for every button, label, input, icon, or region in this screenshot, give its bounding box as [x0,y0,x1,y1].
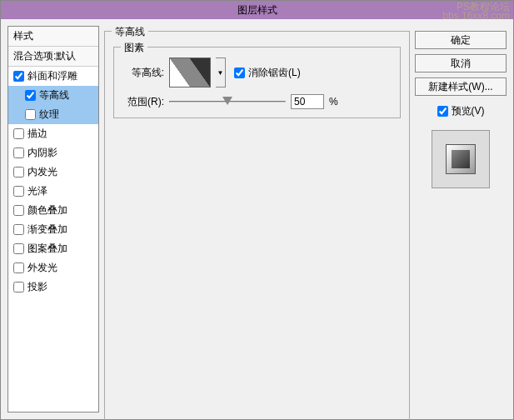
style-item[interactable]: 外发光 [8,258,98,278]
preview-checkbox[interactable] [437,106,448,117]
style-item[interactable]: 纹理 [8,105,98,124]
style-checkbox[interactable] [13,167,24,178]
style-item[interactable]: 图案叠加 [8,239,98,258]
style-label: 等高线 [39,88,69,102]
new-style-button[interactable]: 新建样式(W)... [415,78,507,96]
antialias-checkbox[interactable] [234,68,245,78]
style-label: 图案叠加 [27,242,67,256]
style-label: 斜面和浮雕 [27,69,77,83]
style-item[interactable]: 投影 [8,278,98,297]
right-panel: 确定 取消 新建样式(W)... 预览(V) [415,26,507,412]
elements-group: 图素 等高线: ▼ 消除锯齿(L) [113,47,401,118]
titlebar: 图层样式 [1,1,513,19]
style-checkbox[interactable] [13,186,24,197]
style-checkbox[interactable] [13,71,24,82]
style-checkbox[interactable] [13,148,24,158]
style-label: 外发光 [27,261,57,275]
contour-row: 等高线: ▼ 消除锯齿(L) [122,58,392,88]
contour-picker[interactable] [169,58,211,88]
preview-checkbox-wrap[interactable]: 预览(V) [415,104,507,118]
blend-options-item[interactable]: 混合选项:默认 [8,47,98,67]
style-label: 描边 [27,127,47,141]
preview-swatch [432,130,490,188]
style-checkbox[interactable] [13,205,24,216]
window-title: 图层样式 [237,3,277,18]
antialias-checkbox-wrap[interactable]: 消除锯齿(L) [234,66,301,80]
style-checkbox[interactable] [13,224,24,235]
styles-panel: 样式 混合选项:默认 斜面和浮雕等高线纹理描边内阴影内发光光泽颜色叠加渐变叠加图… [7,26,99,412]
style-item[interactable]: 光泽 [8,182,98,201]
style-checkbox[interactable] [13,243,24,254]
style-label: 投影 [27,280,47,294]
style-item[interactable]: 渐变叠加 [8,220,98,239]
style-checkbox[interactable] [13,128,24,139]
range-slider[interactable] [169,94,286,109]
style-label: 颜色叠加 [27,203,67,218]
style-item[interactable]: 描边 [8,124,98,143]
styles-header: 样式 [8,27,98,47]
style-label: 光泽 [27,184,47,198]
style-item[interactable]: 斜面和浮雕 [8,67,98,86]
ok-button[interactable]: 确定 [415,31,507,49]
layer-style-dialog: 图层样式 PS教程论坛 bbs.16xx8.com 样式 混合选项:默认 斜面和… [0,0,514,420]
style-checkbox[interactable] [13,262,24,273]
style-checkbox[interactable] [13,282,24,292]
style-label: 内阴影 [27,146,57,160]
style-label: 纹理 [39,108,59,122]
range-input[interactable] [291,94,324,109]
style-item[interactable]: 内发光 [8,162,98,182]
range-slider-thumb[interactable] [222,97,232,105]
range-label: 范围(R): [122,95,164,109]
contour-label: 等高线: [122,66,164,80]
content-area: 样式 混合选项:默认 斜面和浮雕等高线纹理描边内阴影内发光光泽颜色叠加渐变叠加图… [1,19,513,419]
preview-inner [446,144,476,174]
style-item[interactable]: 等高线 [8,86,98,105]
cancel-button[interactable]: 取消 [415,54,507,72]
style-checkbox[interactable] [25,109,36,120]
style-item[interactable]: 内阴影 [8,143,98,162]
main-panel: 等高线 图素 等高线: ▼ 消除锯齿(L) [104,26,410,412]
antialias-label: 消除锯齿(L) [248,66,301,80]
contour-dropdown-arrow[interactable]: ▼ [216,58,226,88]
style-label: 内发光 [27,165,57,179]
style-item[interactable]: 颜色叠加 [8,201,98,220]
contour-group: 等高线 图素 等高线: ▼ 消除锯齿(L) [104,31,410,420]
style-label: 渐变叠加 [27,222,67,237]
preview-label: 预览(V) [452,104,485,118]
group-legend: 等高线 [112,25,148,39]
style-checkbox[interactable] [25,90,36,101]
range-row: 范围(R): % [122,94,392,109]
range-unit: % [329,96,338,108]
subgroup-legend: 图素 [121,41,147,55]
